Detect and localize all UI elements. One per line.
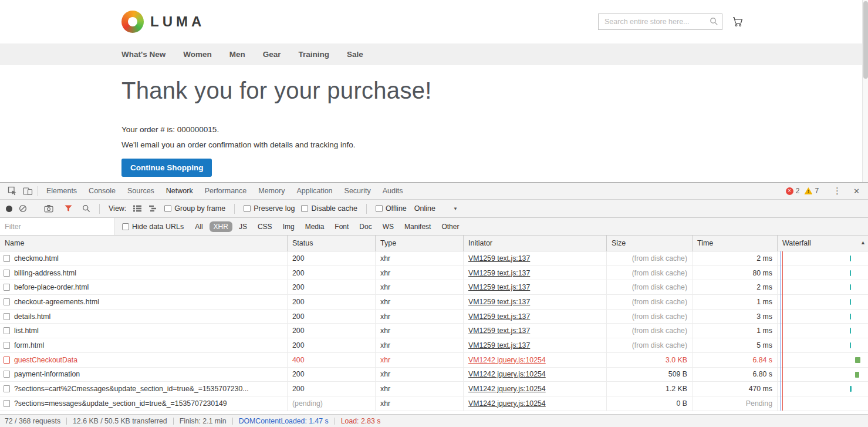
request-type-filter[interactable]: Media: [301, 221, 329, 232]
network-request-row[interactable]: billing-address.html 200 xhr VM1259 text…: [0, 266, 868, 281]
waterfall-bar: [850, 284, 851, 290]
request-file-icon: [4, 357, 10, 364]
initiator-link[interactable]: VM1259 text.js:137: [468, 341, 530, 349]
device-toolbar-icon[interactable]: [20, 183, 35, 199]
console-errors-badge[interactable]: ✕ 2: [786, 187, 800, 195]
divider: [173, 418, 174, 425]
initiator-link[interactable]: VM1242 jquery.js:10254: [468, 399, 546, 408]
group-by-frame-checkbox-box[interactable]: [164, 205, 171, 212]
request-type-filter[interactable]: Doc: [355, 221, 376, 232]
devtools-tab[interactable]: Performance: [199, 183, 253, 199]
network-request-row[interactable]: guestCheckoutData 400 xhr VM1242 jquery.…: [0, 353, 868, 368]
devtools-tab[interactable]: Network: [160, 183, 199, 199]
use-large-request-rows-icon[interactable]: [133, 205, 142, 212]
devtools-tab[interactable]: Console: [83, 183, 121, 199]
network-request-row[interactable]: checkmo.html 200 xhr VM1259 text.js:137 …: [0, 251, 868, 266]
divider: [66, 418, 67, 425]
network-request-row[interactable]: form.html 200 xhr VM1259 text.js:137 (fr…: [0, 338, 868, 353]
request-type-filter[interactable]: Manifest: [400, 221, 435, 232]
request-name-cell: ?sections=messages&update_section_id=tru…: [0, 396, 288, 411]
cart-icon[interactable]: [731, 16, 744, 28]
page-scrollbar-thumb[interactable]: [863, 1, 868, 79]
network-request-row[interactable]: before-place-order.html 200 xhr VM1259 t…: [0, 280, 868, 295]
console-warnings-badge[interactable]: ! 7: [804, 187, 819, 195]
request-type-filter[interactable]: JS: [235, 221, 251, 232]
nav-item[interactable]: Men: [229, 50, 245, 59]
initiator-link[interactable]: VM1242 jquery.js:10254: [468, 356, 546, 364]
request-type-filter[interactable]: CSS: [254, 221, 276, 232]
column-header[interactable]: Time: [693, 236, 778, 251]
initiator-link[interactable]: VM1259 text.js:137: [468, 298, 530, 306]
hide-data-urls-checkbox[interactable]: Hide data URLs: [122, 223, 184, 231]
nav-item[interactable]: Training: [299, 50, 330, 59]
column-header[interactable]: Waterfall: [778, 236, 868, 251]
search-input[interactable]: [598, 14, 722, 30]
scroll-up-arrow-icon[interactable]: ▲: [860, 240, 866, 246]
devtools-tabbar: Elements Console Sources Network Perform…: [0, 183, 868, 200]
preserve-log-checkbox[interactable]: Preserve log: [244, 204, 295, 213]
column-header[interactable]: Status: [288, 236, 376, 251]
devtools-tab[interactable]: Elements: [40, 183, 83, 199]
column-header[interactable]: Size: [607, 236, 693, 251]
nav-item[interactable]: Sale: [347, 50, 363, 59]
luma-logo[interactable]: LUMA: [121, 11, 205, 33]
request-status-cell: 200: [288, 280, 376, 294]
network-request-row[interactable]: ?sections=cart%2Cmessages&update_section…: [0, 382, 868, 396]
hide-data-urls-checkbox-box[interactable]: [122, 223, 129, 230]
group-by-frame-checkbox[interactable]: Group by frame: [164, 204, 225, 213]
devtools-tab[interactable]: Application: [291, 183, 338, 199]
offline-checkbox[interactable]: Offline: [376, 204, 407, 213]
request-type-filter[interactable]: WS: [379, 221, 398, 232]
inspect-element-icon[interactable]: [5, 183, 20, 199]
continue-shopping-button[interactable]: Continue Shopping: [121, 159, 212, 177]
devtools-tab[interactable]: Security: [339, 183, 377, 199]
network-filter-input[interactable]: [0, 218, 115, 235]
initiator-link[interactable]: VM1259 text.js:137: [468, 283, 530, 291]
record-network-log-button[interactable]: [6, 206, 12, 212]
devtools-close-icon[interactable]: ✕: [853, 187, 860, 196]
show-overview-icon[interactable]: [148, 205, 158, 212]
request-type-filter[interactable]: Img: [279, 221, 299, 232]
request-name-cell: billing-address.html: [0, 266, 288, 280]
initiator-link[interactable]: VM1259 text.js:137: [468, 312, 530, 321]
clear-network-log-icon[interactable]: [19, 204, 27, 213]
initiator-link[interactable]: VM1259 text.js:137: [468, 254, 530, 263]
offline-checkbox-box[interactable]: [376, 205, 383, 212]
request-type-filter[interactable]: All: [191, 221, 207, 232]
request-type-filter[interactable]: Other: [437, 221, 463, 232]
network-request-row[interactable]: checkout-agreements.html 200 xhr VM1259 …: [0, 295, 868, 310]
network-throttling-select[interactable]: Online ▼: [414, 204, 458, 213]
search-icon[interactable]: [710, 17, 718, 28]
network-request-row[interactable]: ?sections=messages&update_section_id=tru…: [0, 396, 868, 411]
filter-icon[interactable]: [65, 205, 72, 212]
nav-item[interactable]: Women: [183, 50, 212, 59]
network-request-row[interactable]: details.html 200 xhr VM1259 text.js:137 …: [0, 310, 868, 324]
devtools-tab[interactable]: Sources: [121, 183, 160, 199]
initiator-link[interactable]: VM1259 text.js:137: [468, 327, 530, 335]
search-network-icon[interactable]: [82, 204, 90, 213]
divider: [99, 204, 100, 214]
column-header[interactable]: Type: [376, 236, 464, 251]
devtools-menu-icon[interactable]: ⋮: [833, 186, 842, 196]
request-file-icon: [4, 371, 10, 378]
initiator-link[interactable]: VM1242 jquery.js:10254: [468, 385, 546, 393]
column-header[interactable]: Initiator: [464, 236, 607, 251]
nav-item[interactable]: Gear: [263, 50, 281, 59]
network-request-row[interactable]: payment-information 200 xhr VM1242 jquer…: [0, 368, 868, 382]
network-request-row[interactable]: list.html 200 xhr VM1259 text.js:137 (fr…: [0, 324, 868, 338]
request-type-filter[interactable]: XHR: [210, 221, 232, 232]
request-status-cell: 200: [288, 382, 376, 396]
column-header[interactable]: Name: [0, 236, 288, 251]
disable-cache-checkbox-box[interactable]: [301, 205, 308, 212]
disable-cache-checkbox[interactable]: Disable cache: [301, 204, 357, 213]
devtools-tab[interactable]: Memory: [252, 183, 291, 199]
page-scrollbar[interactable]: [862, 0, 868, 182]
capture-screenshots-icon[interactable]: [44, 204, 53, 213]
nav-item[interactable]: What's New: [121, 50, 166, 59]
initiator-link[interactable]: VM1242 jquery.js:10254: [468, 370, 546, 378]
initiator-link[interactable]: VM1259 text.js:137: [468, 269, 530, 277]
devtools-tabbar-right: ✕ 2 ! 7 ⋮ ✕: [786, 186, 863, 196]
devtools-tab[interactable]: Audits: [377, 183, 409, 199]
preserve-log-checkbox-box[interactable]: [244, 205, 251, 212]
request-type-filter[interactable]: Font: [330, 221, 353, 232]
